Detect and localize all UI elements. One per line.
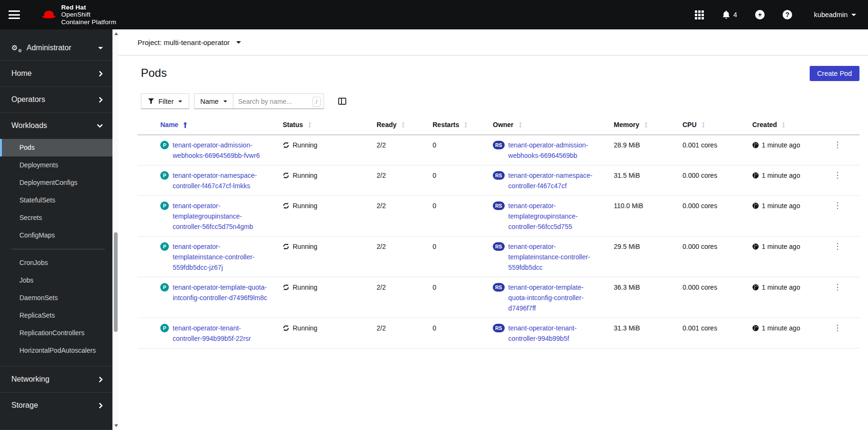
vertical-scrollbar[interactable] [112, 29, 119, 430]
chevron-icon [97, 71, 103, 77]
kebab-menu-button[interactable]: ⋮ [833, 202, 841, 209]
pod-memory: 31.3 MiB [606, 318, 675, 348]
globe-icon [752, 325, 759, 331]
sidebar-item-replicasets[interactable]: ReplicaSets [0, 307, 112, 324]
sidebar-item-replicationcontrollers[interactable]: ReplicationControllers [0, 324, 112, 342]
brand-logo[interactable]: Red Hat OpenShift Container Platform [41, 4, 116, 26]
import-yaml-button[interactable]: + [755, 10, 765, 19]
sort-icon [401, 122, 405, 128]
column-header-ready[interactable]: Ready [377, 121, 405, 128]
project-selector[interactable]: Project: multi-tenant-operator [138, 38, 241, 46]
notifications-button[interactable]: 4 [722, 10, 737, 19]
pod-name-link[interactable]: tenant-operator-namespace-controller-f46… [173, 170, 268, 191]
pod-name-link[interactable]: tenant-operator-admission-webhooks-66964… [173, 140, 268, 161]
scrollbar-thumb[interactable] [114, 232, 118, 332]
main-content: Project: multi-tenant-operator Pods Crea… [119, 29, 868, 430]
sidebar-item-horizontalpodautoscalers[interactable]: HorizontalPodAutoscalers [0, 342, 112, 359]
filter-icon [148, 98, 154, 104]
user-menu[interactable]: kubeadmin [814, 11, 856, 18]
pod-table-row: P tenant-operator-tenant-controller-994b… [138, 318, 859, 348]
owner-link[interactable]: tenant-operator-namespace-controller-f46… [508, 170, 599, 191]
brand-text: Red Hat OpenShift Container Platform [61, 4, 116, 26]
sidebar-item-configmaps[interactable]: ConfigMaps [0, 227, 112, 244]
manage-columns-button[interactable] [338, 98, 346, 105]
sidebar-section-storage[interactable]: Storage [0, 393, 112, 418]
pod-table-row: P tenant-operator-namespace-controller-f… [138, 165, 859, 196]
sort-asc-icon [183, 122, 187, 128]
pod-badge: P [160, 242, 169, 251]
sidebar-item-secrets[interactable]: Secrets [0, 209, 112, 227]
sidebar-section-operators[interactable]: Operators [0, 87, 112, 112]
pod-created: 1 minute ago [762, 323, 800, 333]
pod-table-row: P tenant-operator-template-quota-intconf… [138, 277, 859, 318]
kebab-menu-button[interactable]: ⋮ [833, 324, 841, 331]
hamburger-bar [9, 10, 20, 12]
scroll-up-arrow-icon[interactable] [114, 32, 118, 35]
pod-cpu: 0.000 cores [675, 277, 745, 318]
perspective-switcher[interactable]: ⚙⚙ Administrator [0, 29, 112, 60]
owner-link[interactable]: tenant-operator-tenant-controller-994b99… [508, 323, 599, 344]
column-header-owner[interactable]: Owner [493, 121, 522, 128]
column-header-restarts[interactable]: Restarts [433, 121, 468, 128]
sidebar-group: Storage [0, 392, 112, 418]
sidebar-section-workloads[interactable]: Workloads [0, 113, 112, 138]
pod-name-link[interactable]: tenant-operator-template-quota-intconfig… [173, 282, 268, 303]
sidebar-item-cronjobs[interactable]: CronJobs [0, 254, 112, 272]
sidebar-section-home[interactable]: Home [0, 61, 112, 86]
column-header-status[interactable]: Status [283, 121, 312, 128]
pod-name-link[interactable]: tenant-operator-tenant-controller-994b99… [173, 323, 268, 344]
pod-ready: 2/2 [369, 237, 425, 277]
pod-ready: 2/2 [369, 135, 425, 165]
owner-link[interactable]: tenant-operator-template-quota-intconfig… [508, 282, 599, 313]
table-header-row: Name Status Ready [138, 115, 859, 135]
column-header-created[interactable]: Created [752, 121, 785, 128]
column-header-name[interactable]: Name [160, 121, 187, 128]
search-input[interactable] [233, 94, 323, 109]
pod-cpu: 0.001 cores [675, 135, 745, 165]
kebab-menu-button[interactable]: ⋮ [833, 141, 841, 148]
column-header-cpu[interactable]: CPU [683, 121, 705, 128]
pod-restarts: 0 [425, 277, 485, 318]
help-button[interactable]: ? [783, 10, 792, 19]
search-attribute-dropdown[interactable]: Name [194, 94, 233, 109]
sidebar-section-label: Storage [11, 400, 38, 411]
chevron-down-icon [236, 41, 241, 44]
kebab-menu-button[interactable]: ⋮ [833, 172, 841, 178]
sidebar-item-daemonsets[interactable]: DaemonSets [0, 289, 112, 307]
kebab-menu-button[interactable]: ⋮ [833, 243, 841, 249]
create-pod-button[interactable]: Create Pod [810, 66, 859, 81]
sidebar-item-deployments[interactable]: Deployments [0, 156, 112, 174]
sort-icon [782, 122, 785, 128]
sidebar-item-pods[interactable]: Pods [0, 139, 112, 156]
sort-icon [518, 122, 522, 128]
owner-link[interactable]: tenant-operator-admission-webhooks-66964… [508, 140, 599, 161]
column-header-memory[interactable]: Memory [614, 121, 648, 128]
pod-ready: 2/2 [369, 318, 425, 348]
kebab-menu-button[interactable]: ⋮ [833, 284, 841, 290]
sidebar-item-deploymentconfigs[interactable]: DeploymentConfigs [0, 174, 112, 192]
sidebar-section-networking[interactable]: Networking [0, 366, 112, 392]
scroll-down-arrow-icon[interactable] [114, 424, 118, 427]
sort-icon [464, 122, 468, 128]
cogs-icon: ⚙⚙ [11, 44, 22, 52]
owner-link[interactable]: tenant-operator-templateinstance-control… [508, 241, 599, 273]
pod-memory: 29.5 MiB [606, 237, 675, 277]
owner-link[interactable]: tenant-operator-templategroupinstance-co… [508, 201, 599, 232]
sidebar-item-jobs[interactable]: Jobs [0, 272, 112, 289]
filter-dropdown[interactable]: Filter [141, 93, 189, 109]
sidebar-item-statefulsets[interactable]: StatefulSets [0, 192, 112, 209]
pod-table-row: P tenant-operator-admission-webhooks-669… [138, 135, 859, 165]
search-wrap: / [233, 94, 323, 109]
slash-shortcut-badge: / [313, 97, 321, 107]
pod-name-link[interactable]: tenant-operator-templateinstance-control… [173, 241, 268, 273]
pod-name-link[interactable]: tenant-operator-templategroupinstance-co… [173, 201, 268, 232]
running-sync-icon [283, 325, 289, 331]
replicaset-badge: RS [493, 171, 505, 180]
sidebar-section-label: Workloads [11, 120, 47, 131]
nav-toggle-button[interactable] [9, 9, 22, 20]
pod-status: Running [293, 140, 317, 150]
app-window: Red Hat OpenShift Container Platform [0, 0, 868, 430]
app-launcher-button[interactable] [695, 10, 704, 19]
masthead: Red Hat OpenShift Container Platform [0, 0, 868, 29]
search-attribute-label: Name [200, 98, 219, 105]
